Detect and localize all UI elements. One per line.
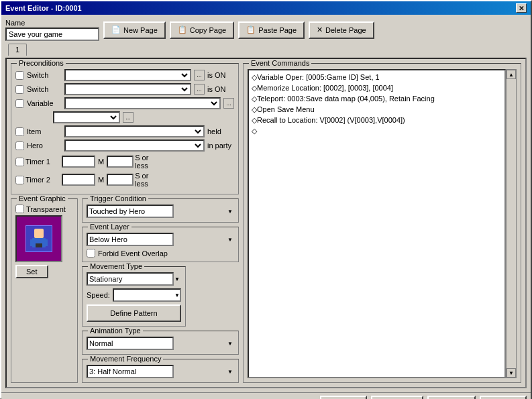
event-layer-select[interactable]: Below Hero Same as Hero Above Hero [87,233,174,246]
switch1-ellipsis[interactable]: ... [194,70,205,80]
event-graphic-group: Event Graphic Transparent [11,198,78,383]
top-bar: Name 📄 New Page 📋 Copy Page 📋 Paste Page… [5,19,527,41]
right-panel: Event Commands ◇Variable Oper: [0005:Gam… [243,63,521,383]
forbid-checkbox[interactable] [87,249,95,258]
item-suffix: held [207,127,234,135]
new-page-button[interactable]: 📄 New Page [103,21,166,39]
timer2-checkbox[interactable] [15,176,24,184]
timer1-spin[interactable] [62,156,95,168]
switch2-label: Switch [27,85,62,93]
switch1-row: Switch ... is ON [15,69,234,81]
scroll-down[interactable]: ▼ [507,368,516,378]
variable-ellipsis[interactable]: ... [223,98,234,109]
bottom-buttons: OK Cancel Apply Help [320,396,527,399]
scroll-up[interactable]: ▲ [507,70,516,79]
name-input[interactable] [5,27,99,41]
trigger-condition-select[interactable]: Touched by Hero Action Key Touched Hero … [87,205,174,218]
event-item[interactable]: ◇Variable Oper: [0005:Game ID] Set, 1 [250,72,503,82]
forbid-label: Forbid Event Overlap [98,249,168,258]
hero-row: Hero in party [15,139,234,152]
timer2-suffix: S or less [135,172,162,188]
animation-type-label: Animation Type [88,327,143,335]
variable-dropdown[interactable] [64,97,221,109]
event-layer-label: Event Layer [88,223,131,231]
trigger-condition-label: Trigger Condition [88,194,148,203]
timer1-label: Timer 1 [25,158,60,166]
speed-row: Speed: [87,288,181,302]
hero-label: Hero [27,141,62,150]
bottom-left-section: Event Graphic Transparent [11,198,239,383]
window-title: Event Editor - ID:0001 [5,4,82,12]
paste-page-icon: 📋 [246,25,256,34]
paste-page-label: Paste Page [258,26,297,34]
copy-page-button[interactable]: 📋 Copy Page [170,21,234,39]
paste-page-button[interactable]: 📋 Paste Page [238,21,305,39]
main-window: Event Editor - ID:0001 ✕ Name 📄 New Page… [0,0,532,399]
item-checkbox[interactable] [15,127,24,136]
timer2-spin[interactable] [62,174,95,186]
svg-rect-2 [30,239,34,246]
forbid-row: Forbid Event Overlap [87,249,234,258]
event-item[interactable]: ◇ [250,125,503,136]
movement-frequency-select[interactable]: 1: Lowest 2: Lower 3: Half Normal 4: Nor… [87,365,174,378]
right-options: Trigger Condition Touched by Hero Action… [82,198,239,383]
item-dropdown[interactable] [64,125,205,137]
speed-select[interactable] [113,288,181,302]
character-sprite [29,229,49,249]
timer2-seconds[interactable] [107,174,134,186]
timer1-suffix: S or less [135,154,162,170]
svg-point-4 [36,229,42,236]
preconditions-label: Preconditions [17,59,66,67]
hero-checkbox[interactable] [15,141,24,150]
event-list[interactable]: ◇Variable Oper: [0005:Game ID] Set, 1◇Me… [248,69,506,378]
switch1-checkbox[interactable] [15,71,24,80]
scrollbar[interactable]: ▲ ▼ [506,69,517,378]
variable-sub-ellipsis[interactable]: ... [123,112,134,123]
trigger-condition-wrapper: Touched by Hero Action Key Touched Hero … [87,205,234,218]
event-item[interactable]: ◇Recall to Location: V[0002] (V[0003],V[… [250,115,503,125]
cancel-button[interactable]: Cancel [371,396,423,399]
content-area: Name 📄 New Page 📋 Copy Page 📋 Paste Page… [1,15,531,392]
ok-button[interactable]: OK [320,396,367,399]
event-item[interactable]: ◇Open Save Menu [250,104,503,115]
switch1-dropdown[interactable] [64,69,191,81]
new-page-icon: 📄 [111,25,121,34]
graphic-inner [25,225,52,252]
item-row: Item held [15,125,234,137]
transparent-checkbox[interactable] [15,205,24,213]
event-item[interactable]: ◇Teleport: 0003:Save data map (04,005), … [250,93,503,104]
variable-checkbox[interactable] [15,99,24,108]
movement-frequency-label: Movement Frequency [88,355,163,363]
delete-page-button[interactable]: ✕ Delete Page [309,21,374,39]
switch2-ellipsis[interactable]: ... [194,84,205,95]
main-area: Preconditions Switch ... is ON Switch [5,58,527,388]
animation-type-select[interactable]: Normal Spin Fixed Direction No Animation [87,337,174,350]
hero-dropdown[interactable] [64,139,205,152]
left-panel: Preconditions Switch ... is ON Switch [11,63,239,383]
switch2-checkbox[interactable] [15,85,24,94]
timer2-label: Timer 2 [25,176,60,184]
preconditions-group: Preconditions Switch ... is ON Switch [11,63,239,194]
timer1-checkbox[interactable] [15,158,24,166]
help-button[interactable]: Help [480,396,527,399]
event-item[interactable]: ◇Memorize Location: [0002], [0003], [000… [250,82,503,93]
hero-suffix: in party [207,141,234,150]
switch2-dropdown[interactable] [64,83,191,95]
switch1-suffix: is ON [207,71,234,79]
tab-1[interactable]: 1 [8,44,27,56]
close-button[interactable]: ✕ [516,3,527,13]
apply-button[interactable]: Apply [427,396,476,399]
svg-rect-3 [44,239,48,246]
event-commands-group: Event Commands ◇Variable Oper: [0005:Gam… [243,63,521,383]
define-pattern-button[interactable]: Define Pattern [87,304,181,322]
variable-compare-dropdown[interactable] [53,111,120,123]
copy-page-label: Copy Page [190,26,226,34]
event-commands-area: ◇Variable Oper: [0005:Game ID] Set, 1◇Me… [248,69,517,378]
movement-type-select[interactable]: Stationary Random Move Cycle Up Down Cyc… [87,272,174,286]
svg-rect-6 [39,243,42,247]
speed-wrapper [113,288,181,302]
item-label: Item [27,127,62,135]
set-button[interactable]: Set [15,265,48,278]
trigger-condition-group: Trigger Condition Touched by Hero Action… [82,198,239,223]
timer1-seconds[interactable] [107,156,134,168]
